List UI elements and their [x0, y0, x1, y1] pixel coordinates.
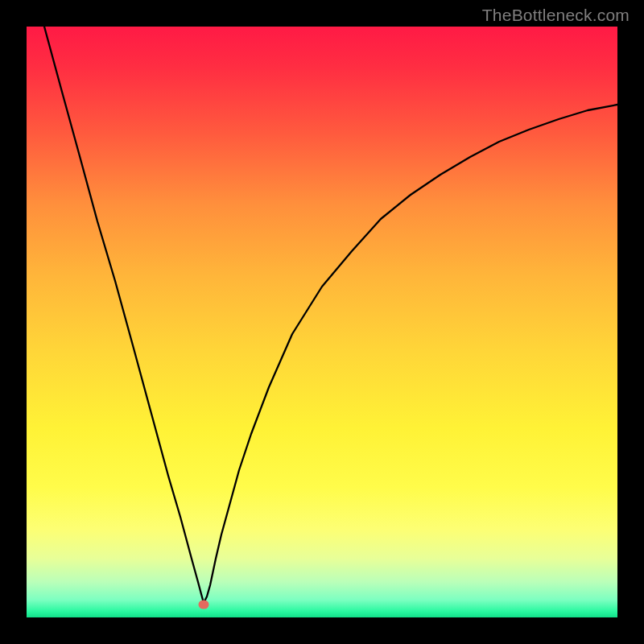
curve-minimum-marker	[198, 600, 208, 609]
curve-svg	[27, 27, 617, 617]
chart-stage: TheBottleneck.com	[0, 0, 644, 644]
curve-path	[44, 27, 617, 603]
plot-area	[27, 27, 617, 617]
watermark-text: TheBottleneck.com	[482, 6, 630, 25]
